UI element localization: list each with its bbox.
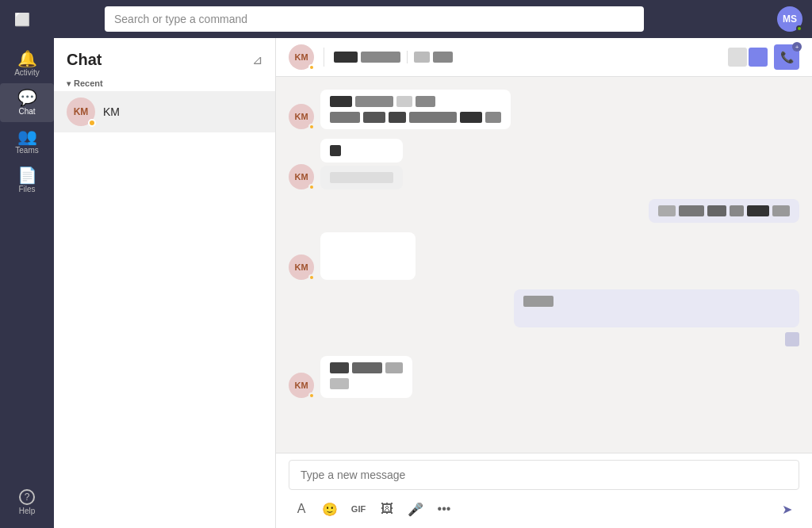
gif-button[interactable]: GIF <box>346 496 371 522</box>
msg-bubble <box>514 289 799 327</box>
msg-second-line <box>330 378 403 392</box>
message-header: KM 📞 + <box>276 38 812 77</box>
msg-content <box>320 139 403 189</box>
msg-block <box>330 112 360 123</box>
top-bar: ⬜ Search or type a command MS <box>0 0 812 38</box>
compose-input[interactable] <box>289 460 799 490</box>
header-block-3 <box>414 52 430 63</box>
recent-section-label[interactable]: ▾ Recent <box>54 75 275 91</box>
msg-avatar: KM <box>289 373 314 398</box>
msg-bubble <box>649 199 799 223</box>
messages-scroll[interactable]: KM <box>276 77 812 453</box>
header-actions: 📞 + <box>728 44 799 70</box>
msg-block <box>330 96 352 107</box>
chat-list-item[interactable]: KM KM <box>54 91 275 132</box>
message-area: KM 📞 + <box>276 38 812 528</box>
msg-content <box>649 199 799 223</box>
message-row: KM <box>289 139 799 189</box>
sidebar-item-files[interactable]: 📄 Files <box>0 161 54 200</box>
message-row-outgoing <box>289 289 799 346</box>
msg-block <box>485 112 501 123</box>
msg-content <box>514 289 799 346</box>
sticker-button[interactable]: 🖼 <box>374 496 400 522</box>
chevron-icon: ▾ <box>67 79 71 88</box>
chat-panel: Chat ⊿ ▾ Recent KM KM <box>54 38 276 528</box>
msg-blocks <box>523 296 790 307</box>
msg-block <box>679 205 704 216</box>
msg-status-dot <box>308 392 315 399</box>
sidebar-item-label: Chat <box>18 107 35 116</box>
online-status-dot <box>796 25 802 32</box>
msg-content <box>320 90 511 129</box>
msg-block <box>747 205 769 216</box>
format-button[interactable]: A <box>289 496 314 522</box>
message-row-outgoing <box>289 199 799 223</box>
sidebar-item-label: Teams <box>15 146 38 155</box>
header-divider <box>324 48 324 67</box>
msg-block <box>330 172 393 183</box>
msg-block <box>416 96 435 107</box>
sidebar-item-label: Help <box>19 507 36 515</box>
header-block-2 <box>361 52 400 63</box>
message-row: KM <box>289 90 799 129</box>
audio-button[interactable]: 🎤 <box>403 496 428 522</box>
user-avatar[interactable]: MS <box>777 6 802 32</box>
window-icon[interactable]: ⬜ <box>10 6 35 32</box>
msg-blocks <box>330 362 403 373</box>
msg-avatar: KM <box>289 164 314 189</box>
teams-icon: 👥 <box>17 128 37 144</box>
send-button[interactable]: ➤ <box>774 496 799 522</box>
activity-icon: 🔔 <box>17 51 37 67</box>
msg-block <box>396 96 412 107</box>
sidebar-item-activity[interactable]: 🔔 Activity <box>0 44 54 83</box>
msg-bubble-2 <box>320 166 403 189</box>
msg-block <box>730 205 744 216</box>
header-avatars-group <box>728 48 768 67</box>
search-placeholder: Search or type a command <box>114 13 247 25</box>
sidebar-nav: 🔔 Activity 💬 Chat 👥 Teams 📄 Files ? Help <box>0 38 54 528</box>
search-bar[interactable]: Search or type a command <box>105 6 644 32</box>
add-badge: + <box>792 42 802 52</box>
filter-icon[interactable]: ⊿ <box>252 52 262 67</box>
compose-area: A 🙂 GIF 🖼 🎤 ••• ➤ <box>276 453 812 528</box>
files-icon: 📄 <box>17 167 37 183</box>
header-info-blocks <box>334 51 453 63</box>
sidebar-item-help[interactable]: ? Help <box>0 483 54 522</box>
msg-status-dot <box>308 274 315 281</box>
msg-bubble <box>320 139 403 163</box>
chat-icon: 💬 <box>17 90 37 105</box>
msg-status-dot <box>308 184 315 190</box>
header-status-dot <box>308 64 315 71</box>
msg-bubble <box>320 356 412 398</box>
msg-reaction <box>785 332 799 346</box>
msg-bubble <box>320 90 511 129</box>
msg-block <box>658 205 676 216</box>
main-layout: 🔔 Activity 💬 Chat 👥 Teams 📄 Files ? Help… <box>0 38 812 528</box>
contact-status-dot <box>88 119 96 127</box>
msg-block <box>330 145 341 156</box>
msg-block <box>352 362 382 373</box>
more-button[interactable]: ••• <box>431 496 457 522</box>
group-avatar-2 <box>749 48 768 67</box>
msg-blocks <box>658 205 790 216</box>
msg-bubble <box>320 232 416 280</box>
msg-block <box>355 96 393 107</box>
header-block-4 <box>433 52 453 63</box>
msg-content <box>320 232 416 280</box>
msg-block <box>409 112 457 123</box>
compose-toolbar: A 🙂 GIF 🖼 🎤 ••• ➤ <box>289 496 799 522</box>
sidebar-item-chat[interactable]: 💬 Chat <box>0 83 54 122</box>
help-icon: ? <box>19 489 35 505</box>
add-people-button[interactable]: 📞 + <box>774 44 799 70</box>
header-contact-avatar: KM <box>289 44 314 70</box>
sidebar-item-teams[interactable]: 👥 Teams <box>0 122 54 161</box>
emoji-button[interactable]: 🙂 <box>317 496 343 522</box>
message-row: KM <box>289 232 799 280</box>
msg-content <box>320 356 412 398</box>
message-row: KM <box>289 356 799 398</box>
contact-avatar: KM <box>67 98 95 126</box>
msg-status-dot <box>308 124 315 130</box>
msg-block <box>707 205 726 216</box>
msg-block <box>330 362 349 373</box>
msg-block <box>363 112 385 123</box>
